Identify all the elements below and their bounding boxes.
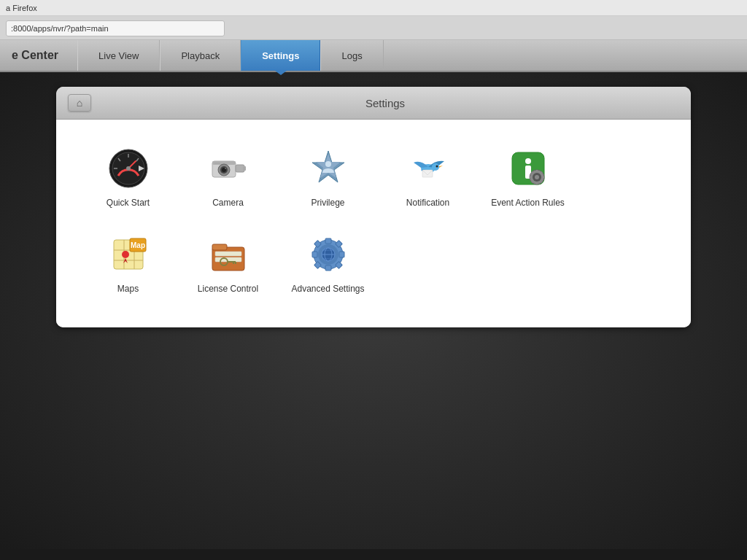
advanced-settings-label: Advanced Settings bbox=[291, 284, 364, 295]
quick-start-icon bbox=[105, 145, 152, 192]
svg-point-21 bbox=[325, 161, 331, 167]
maps-icon: Map bbox=[105, 231, 152, 278]
event-action-rules-label: Event Action Rules bbox=[491, 198, 565, 209]
svg-line-41 bbox=[541, 172, 542, 174]
app-title: e Center bbox=[0, 49, 70, 62]
settings-title: Settings bbox=[91, 97, 679, 109]
svg-point-8 bbox=[126, 166, 131, 171]
tab-logs[interactable]: Logs bbox=[320, 40, 383, 71]
svg-line-40 bbox=[541, 181, 542, 182]
tab-settings[interactable]: Settings bbox=[241, 40, 320, 71]
settings-panel: ⌂ Settings bbox=[56, 87, 691, 327]
svg-rect-17 bbox=[243, 166, 246, 171]
license-control-label: License Control bbox=[198, 284, 258, 295]
top-navigation: e Center Live View Playback Settings Log… bbox=[0, 40, 747, 72]
settings-item-notification[interactable]: Notification bbox=[378, 134, 478, 220]
home-button[interactable]: ⌂ bbox=[68, 94, 91, 112]
browser-title-bar: a Firefox bbox=[0, 0, 747, 16]
camera-icon bbox=[205, 145, 252, 192]
browser-title: a Firefox bbox=[6, 4, 37, 12]
settings-item-privilege[interactable]: Privilege bbox=[278, 134, 378, 220]
privilege-icon bbox=[305, 145, 352, 192]
svg-rect-60 bbox=[325, 238, 331, 244]
svg-point-50 bbox=[122, 251, 129, 258]
license-control-icon bbox=[205, 231, 252, 278]
advanced-settings-icon bbox=[305, 231, 352, 278]
privilege-label: Privilege bbox=[311, 198, 344, 209]
address-text: :8000/apps/nvr/?path=main bbox=[11, 24, 109, 33]
event-action-rules-icon bbox=[505, 145, 551, 192]
settings-item-maps[interactable]: Map Maps bbox=[78, 220, 178, 306]
settings-item-license-control[interactable]: License Control bbox=[178, 220, 278, 306]
svg-rect-62 bbox=[312, 252, 317, 257]
svg-marker-24 bbox=[439, 166, 443, 168]
main-content: ⌂ Settings bbox=[0, 72, 747, 549]
svg-point-25 bbox=[436, 166, 438, 168]
svg-point-15 bbox=[225, 168, 226, 169]
notification-label: Notification bbox=[406, 198, 449, 209]
camera-label: Camera bbox=[212, 198, 244, 209]
svg-point-34 bbox=[535, 175, 539, 179]
svg-rect-61 bbox=[325, 265, 331, 271]
quick-start-label: Quick Start bbox=[107, 198, 150, 209]
svg-rect-26 bbox=[422, 170, 433, 177]
address-bar[interactable]: :8000/apps/nvr/?path=main bbox=[6, 20, 225, 36]
settings-item-event-action-rules[interactable]: Event Action Rules bbox=[478, 134, 578, 220]
svg-rect-63 bbox=[339, 252, 344, 257]
tab-playback[interactable]: Playback bbox=[160, 40, 241, 71]
settings-header: ⌂ Settings bbox=[56, 87, 691, 120]
settings-item-camera[interactable]: Camera bbox=[178, 134, 278, 220]
svg-rect-18 bbox=[214, 163, 220, 164]
nav-tabs: Live View Playback Settings Logs bbox=[77, 40, 384, 71]
maps-label: Maps bbox=[117, 284, 139, 295]
svg-point-23 bbox=[432, 163, 439, 171]
svg-rect-52 bbox=[212, 244, 227, 250]
settings-item-advanced-settings[interactable]: Advanced Settings bbox=[278, 220, 378, 306]
svg-line-39 bbox=[532, 172, 533, 174]
svg-rect-53 bbox=[215, 252, 241, 256]
svg-point-30 bbox=[525, 158, 531, 164]
svg-line-42 bbox=[532, 181, 533, 182]
settings-item-quick-start[interactable]: Quick Start bbox=[78, 134, 178, 220]
notification-icon bbox=[405, 145, 452, 192]
home-icon: ⌂ bbox=[77, 97, 82, 109]
svg-text:Map: Map bbox=[131, 241, 145, 249]
settings-grid: Quick Start bbox=[56, 120, 691, 327]
tab-live-view[interactable]: Live View bbox=[77, 40, 160, 71]
